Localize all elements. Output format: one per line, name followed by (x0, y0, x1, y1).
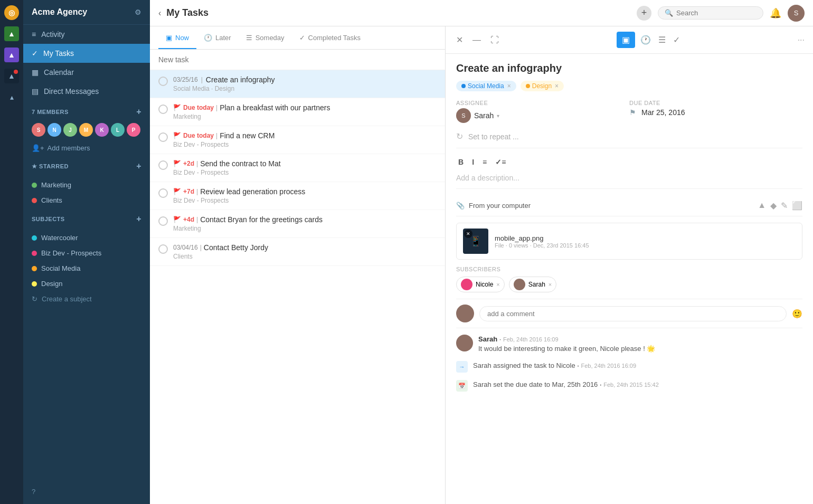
nav-icon-purple[interactable]: ▲ (4, 47, 19, 62)
subject-dot-social-media (32, 266, 37, 271)
tag-social-media[interactable]: Social Media × (456, 81, 516, 91)
sidebar-item-label: Activity (41, 30, 64, 39)
subject-item-design[interactable]: Design (23, 276, 150, 291)
search-input[interactable] (676, 9, 755, 17)
comment-input[interactable] (479, 306, 787, 321)
subscriber-remove-nicole[interactable]: × (496, 281, 499, 288)
tag-design[interactable]: Design × (521, 81, 564, 91)
sidebar-item-direct-messages[interactable]: ▤ Direct Messages (23, 82, 150, 101)
subscriber-sarah[interactable]: Sarah × (509, 277, 556, 292)
member-avatar-5[interactable]: K (95, 123, 109, 137)
starred-item-marketing[interactable]: Marketing (23, 177, 150, 193)
user-avatar[interactable]: S (788, 5, 805, 22)
task-checkbox[interactable] (158, 104, 168, 114)
comment-user-avatar (456, 305, 474, 322)
member-avatar-7[interactable]: P (127, 123, 140, 137)
file-thumbnail: ✕ 📱 (463, 229, 488, 254)
minimize-detail-button[interactable]: — (470, 33, 483, 47)
task-overdue: +2d (183, 160, 194, 167)
tag-close-social[interactable]: × (507, 82, 511, 90)
subject-item-biz-dev[interactable]: Biz Dev - Prospects (23, 245, 150, 261)
italic-button[interactable]: I (470, 157, 476, 167)
task-checkbox[interactable] (158, 160, 168, 170)
create-subject-link[interactable]: ↻ Create a subject (23, 291, 150, 307)
task-checkbox[interactable] (158, 188, 168, 198)
add-subject-icon[interactable]: + (136, 214, 141, 224)
list-button[interactable]: ≡ (480, 157, 489, 167)
subscriber-remove-sarah[interactable]: × (549, 281, 552, 288)
tab-someday[interactable]: ☰ Someday (239, 26, 292, 49)
task-checkbox[interactable] (158, 132, 168, 142)
tab-completed[interactable]: ✓ Completed Tasks (292, 26, 368, 49)
app-title: Acme Agency (32, 7, 87, 17)
clock-button[interactable]: 🕐 (638, 32, 653, 48)
starred-item-clients[interactable]: Clients (23, 193, 150, 208)
view-mode-button[interactable]: ▣ (617, 32, 635, 48)
attachment-left[interactable]: 📎 From your computer (456, 202, 531, 210)
member-avatar-6[interactable]: L (111, 123, 125, 137)
logo-icon[interactable]: ◎ (4, 5, 19, 20)
task-item[interactable]: 03/04/16 | Contact Betty Jordy Clients (150, 238, 445, 266)
subscribers-label: SUBSCRIBERS (456, 266, 802, 272)
close-detail-button[interactable]: ✕ (454, 33, 465, 47)
tag-close-design[interactable]: × (555, 82, 559, 90)
task-checkbox[interactable] (158, 244, 168, 254)
add-members-icon: 👤+ (32, 144, 44, 152)
task-item[interactable]: 🚩 Due today | Find a new CRM Biz Dev - P… (150, 126, 445, 154)
add-member-icon[interactable]: + (136, 107, 141, 117)
help-button[interactable]: ? (23, 479, 150, 504)
evernote-icon[interactable]: ✎ (781, 201, 788, 211)
member-avatar-4[interactable]: M (79, 123, 93, 137)
nav-icon-home[interactable]: ▲ (4, 26, 19, 41)
due-date-value: ⚑ Mar 25, 2016 (629, 108, 802, 117)
more-options-button[interactable]: ··· (798, 35, 805, 45)
expand-detail-button[interactable]: ⛶ (488, 33, 501, 47)
bold-button[interactable]: B (456, 157, 466, 167)
task-item[interactable]: 🚩 +2d | Send the contract to Mat Biz Dev… (150, 154, 445, 182)
gear-icon[interactable]: ⚙ (135, 8, 141, 16)
tab-later[interactable]: 🕐 Later (196, 26, 239, 49)
activity-item-date: 📅 Sarah set the due date to Mar, 25th 20… (456, 380, 802, 392)
subject-item-social-media[interactable]: Social Media (23, 261, 150, 276)
task-content: 🚩 Due today | Find a new CRM Biz Dev - P… (173, 131, 437, 148)
description-area[interactable]: Add a description... (456, 172, 802, 189)
file-close-button[interactable]: ✕ (464, 230, 472, 238)
task-item[interactable]: 03/25/16 | Create an infography Social M… (150, 70, 445, 98)
file-attachment[interactable]: ✕ 📱 mobile_app.png File · 0 views · Dec,… (456, 223, 802, 260)
collapse-sidebar-button[interactable]: ‹ (158, 8, 161, 18)
google-drive-icon[interactable]: ▲ (758, 201, 766, 211)
new-task-input[interactable] (158, 55, 437, 64)
tab-now[interactable]: ▣ Now (158, 26, 196, 49)
task-item[interactable]: 🚩 Due today | Plan a breakfast with our … (150, 98, 445, 126)
member-avatar-1[interactable]: S (32, 123, 45, 137)
box-icon[interactable]: ⬜ (792, 201, 802, 211)
bars-button[interactable]: ☰ (656, 32, 668, 48)
nav-icon-dark[interactable]: ▲ (4, 69, 19, 83)
checklist-button[interactable]: ✓≡ (493, 157, 508, 167)
task-checkbox[interactable] (158, 77, 168, 86)
subscriber-nicole[interactable]: Nicole × (456, 277, 505, 292)
add-starred-icon[interactable]: + (136, 161, 141, 171)
sidebar-item-calendar[interactable]: ▦ Calendar (23, 63, 150, 82)
dropbox-icon[interactable]: ◆ (770, 201, 777, 211)
check-button[interactable]: ✓ (671, 32, 682, 48)
nav-icon-small[interactable]: ▴ (4, 90, 19, 104)
create-subject-icon: ↻ (32, 295, 37, 303)
attachment-label: From your computer (469, 202, 531, 210)
subscribers-row: Nicole × Sarah × (456, 277, 802, 292)
sidebar-item-activity[interactable]: ≡ Activity (23, 25, 150, 44)
task-checkbox[interactable] (158, 216, 168, 226)
member-avatar-2[interactable]: N (48, 123, 61, 137)
add-task-button[interactable]: + (637, 6, 651, 21)
add-members-link[interactable]: 👤+ Add members (23, 141, 150, 155)
emoji-button[interactable]: 🙂 (792, 309, 802, 319)
activity-text: Sarah · Feb, 24th 2016 16:09 It would be… (478, 335, 802, 354)
bell-icon[interactable]: 🔔 (770, 7, 781, 19)
task-item[interactable]: 🚩 +7d | Review lead generation process B… (150, 182, 445, 210)
task-overdue: +4d (183, 216, 194, 223)
assignee-dropdown-icon[interactable]: ▾ (497, 113, 499, 119)
subject-item-watercooler[interactable]: Watercooler (23, 230, 150, 245)
task-item[interactable]: 🚩 +4d | Contact Bryan for the greetings … (150, 210, 445, 238)
member-avatar-3[interactable]: J (63, 123, 77, 137)
sidebar-item-my-tasks[interactable]: ✓ My Tasks (23, 44, 150, 63)
